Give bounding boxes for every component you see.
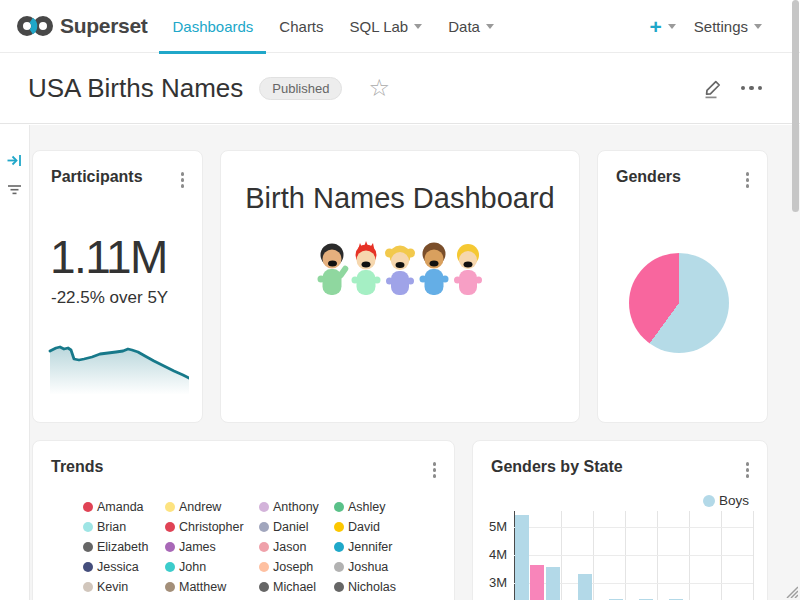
legend-dot bbox=[259, 542, 269, 552]
published-badge[interactable]: Published bbox=[259, 77, 342, 100]
caret-down-icon bbox=[668, 24, 676, 29]
legend-label: Amanda bbox=[97, 500, 144, 514]
genders-card: Genders bbox=[597, 150, 768, 423]
settings-menu[interactable]: Settings bbox=[688, 18, 768, 35]
more-options-button[interactable] bbox=[739, 82, 765, 95]
nav-item-dashboards[interactable]: Dashboards bbox=[159, 0, 266, 53]
kebab-menu-icon[interactable] bbox=[741, 168, 755, 192]
bar-boys-2[interactable] bbox=[546, 567, 560, 600]
card-header: Genders bbox=[598, 151, 767, 192]
legend-label: Christopher bbox=[179, 520, 244, 534]
nav-item-charts[interactable]: Charts bbox=[266, 0, 336, 53]
bar-girls-1[interactable] bbox=[530, 565, 544, 600]
nav-item-sql-lab[interactable]: SQL Lab bbox=[337, 0, 436, 53]
legend-item[interactable]: Joshua bbox=[334, 557, 424, 577]
superset-infinity-icon bbox=[16, 13, 54, 39]
legend-label: David bbox=[348, 520, 380, 534]
legend-label: Jason bbox=[273, 540, 306, 554]
legend-item[interactable]: Brian bbox=[83, 517, 165, 537]
bar-boys-3[interactable] bbox=[578, 574, 592, 600]
legend-dot bbox=[165, 542, 175, 552]
legend-label: Ashley bbox=[348, 500, 386, 514]
gridline-vertical bbox=[753, 511, 754, 600]
legend-dot bbox=[165, 582, 175, 592]
legend-dot bbox=[83, 522, 93, 532]
legend-item[interactable]: Matthew bbox=[165, 577, 259, 597]
ellipsis-icon bbox=[758, 86, 763, 91]
boys-legend-item[interactable]: Boys bbox=[703, 493, 749, 508]
resize-handle-icon[interactable] bbox=[783, 583, 798, 598]
legend-item[interactable]: Anthony bbox=[259, 497, 334, 517]
kebab-menu-icon[interactable] bbox=[741, 458, 755, 482]
legend-item[interactable]: Robert bbox=[83, 597, 165, 600]
nav-item-data[interactable]: Data bbox=[435, 0, 507, 53]
legend-dot bbox=[334, 562, 344, 572]
legend-item[interactable]: Ryan bbox=[165, 597, 259, 600]
legend-label: Jessica bbox=[97, 560, 139, 574]
expand-filter-bar-icon[interactable] bbox=[6, 152, 23, 169]
legend-item[interactable]: Nicholas bbox=[334, 577, 424, 597]
legend-item[interactable]: Kevin bbox=[83, 577, 165, 597]
legend-label: Kevin bbox=[97, 580, 128, 594]
legend-dot bbox=[165, 562, 175, 572]
page-title: USA Births Names bbox=[28, 73, 243, 104]
legend-item[interactable]: Jessica bbox=[83, 557, 165, 577]
gridline-horizontal bbox=[514, 555, 753, 556]
nav-item-label: Dashboards bbox=[172, 18, 253, 35]
legend-item[interactable]: Ashley bbox=[334, 497, 424, 517]
legend-item[interactable]: Sarah bbox=[259, 597, 334, 600]
genders-pie[interactable] bbox=[629, 253, 729, 353]
nav-right-actions: + Settings bbox=[642, 16, 784, 37]
ellipsis-icon bbox=[749, 86, 754, 91]
y-axis-tick: 4M bbox=[473, 547, 507, 562]
legend-item[interactable]: John bbox=[165, 557, 259, 577]
legend-dot bbox=[83, 542, 93, 552]
legend-item[interactable]: Joseph bbox=[259, 557, 334, 577]
card-title: Genders by State bbox=[491, 458, 623, 476]
legend-label: Boys bbox=[719, 493, 749, 508]
y-axis-tick: 3M bbox=[473, 575, 507, 590]
legend-item[interactable]: David bbox=[334, 517, 424, 537]
legend-label: Elizabeth bbox=[97, 540, 148, 554]
children-illustration bbox=[315, 241, 485, 299]
legend-item[interactable]: Elizabeth bbox=[83, 537, 165, 557]
legend-dot bbox=[83, 502, 93, 512]
sparkline-area bbox=[50, 347, 189, 400]
legend-item[interactable]: Michael bbox=[259, 577, 334, 597]
title-actions bbox=[702, 77, 777, 99]
filter-list-icon[interactable] bbox=[6, 181, 23, 198]
legend-item[interactable]: Christopher bbox=[165, 517, 259, 537]
kebab-menu-icon[interactable] bbox=[176, 168, 190, 192]
genders-by-state-card: Genders by State Boys 5M4M3M bbox=[472, 440, 768, 600]
plus-icon: + bbox=[650, 16, 662, 37]
settings-label: Settings bbox=[694, 18, 748, 35]
caret-down-icon bbox=[754, 24, 762, 29]
new-item-button[interactable]: + bbox=[642, 16, 684, 37]
legend-dot bbox=[334, 582, 344, 592]
superset-logo[interactable]: Superset bbox=[16, 13, 147, 39]
kebab-menu-icon[interactable] bbox=[428, 458, 442, 482]
legend-item[interactable]: Thomas bbox=[334, 597, 424, 600]
legend-dot bbox=[334, 522, 344, 532]
legend-dot bbox=[83, 582, 93, 592]
legend-item[interactable]: Jason bbox=[259, 537, 334, 557]
brand-name: Superset bbox=[60, 14, 147, 38]
y-axis-tick: 5M bbox=[473, 519, 507, 534]
ellipsis-icon bbox=[741, 86, 746, 91]
legend-label: Matthew bbox=[179, 580, 226, 594]
bar-boys-0[interactable] bbox=[515, 515, 529, 600]
legend-item[interactable]: Jennifer bbox=[334, 537, 424, 557]
legend-dot bbox=[259, 522, 269, 532]
legend-item[interactable]: Amanda bbox=[83, 497, 165, 517]
vertical-scrollbar[interactable] bbox=[792, 0, 799, 212]
legend-item[interactable]: Daniel bbox=[259, 517, 334, 537]
big-number-subheader: -22.5% over 5Y bbox=[51, 288, 202, 308]
legend-label: Brian bbox=[97, 520, 126, 534]
star-outline-icon[interactable]: ☆ bbox=[368, 76, 390, 100]
edit-dashboard-button[interactable] bbox=[702, 77, 724, 99]
legend-item[interactable]: Andrew bbox=[165, 497, 259, 517]
legend-item[interactable]: James bbox=[165, 537, 259, 557]
nav-item-label: Charts bbox=[279, 18, 323, 35]
legend-label: Michael bbox=[273, 580, 316, 594]
legend-label: Andrew bbox=[179, 500, 221, 514]
